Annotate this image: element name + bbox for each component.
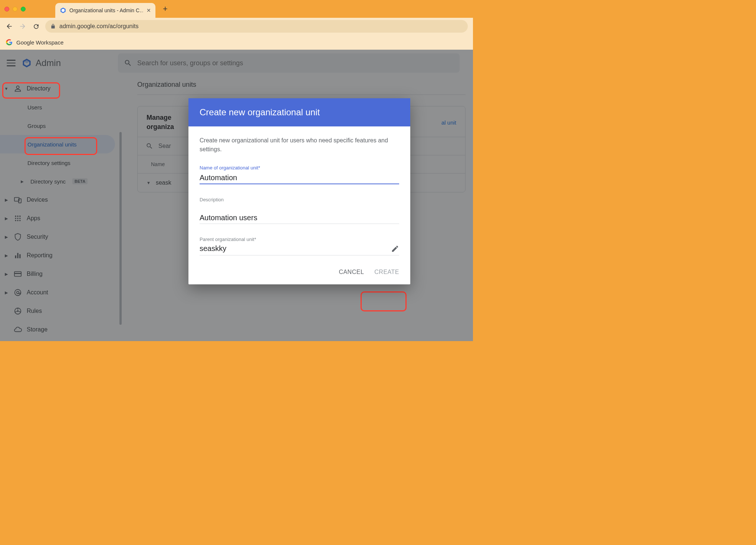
tab-title: Organizational units - Admin C… [69,7,144,13]
google-g-icon [6,39,13,46]
tab-favicon-icon [60,7,66,14]
name-field-label: Name of organizational unit* [200,165,399,171]
maximize-window-button[interactable] [21,7,26,11]
cancel-button[interactable]: CANCEL [339,269,364,275]
browser-tab[interactable]: Organizational units - Admin C… ✕ [55,3,155,18]
reload-button[interactable] [32,22,40,30]
tab-close-icon[interactable]: ✕ [147,7,151,13]
reload-icon [33,23,40,30]
dialog-description: Create new organizational unit for users… [200,136,399,154]
window-controls [4,7,26,11]
org-unit-description-input[interactable] [200,213,399,224]
dialog-title: Create new organizational unit [188,98,410,126]
new-tab-button[interactable]: + [163,4,168,14]
bookmark-bar: Google Workspace [0,35,473,50]
parent-field-label: Parent organizational unit* [200,237,399,242]
back-button[interactable] [5,22,13,30]
browser-tab-strip: Organizational units - Admin C… ✕ + [0,0,473,18]
arrow-left-icon [6,23,13,30]
forward-button[interactable] [19,22,27,30]
close-window-button[interactable] [4,7,9,11]
arrow-right-icon [19,23,26,30]
url-text: admin.google.com/ac/orgunits [59,23,138,30]
org-unit-name-input[interactable] [200,173,399,184]
browser-toolbar: admin.google.com/ac/orgunits [0,18,473,35]
description-field-label: Description [200,197,399,202]
pencil-icon [391,245,399,253]
address-bar[interactable]: admin.google.com/ac/orgunits [45,20,468,33]
create-org-unit-dialog: Create new organizational unit Create ne… [188,98,410,284]
bookmark-item[interactable]: Google Workspace [16,39,63,46]
minimize-window-button[interactable] [13,7,17,11]
parent-org-unit-value: seaskky [200,244,226,253]
create-button[interactable]: CREATE [374,269,399,275]
edit-parent-button[interactable] [391,245,399,253]
lock-icon [50,24,56,29]
